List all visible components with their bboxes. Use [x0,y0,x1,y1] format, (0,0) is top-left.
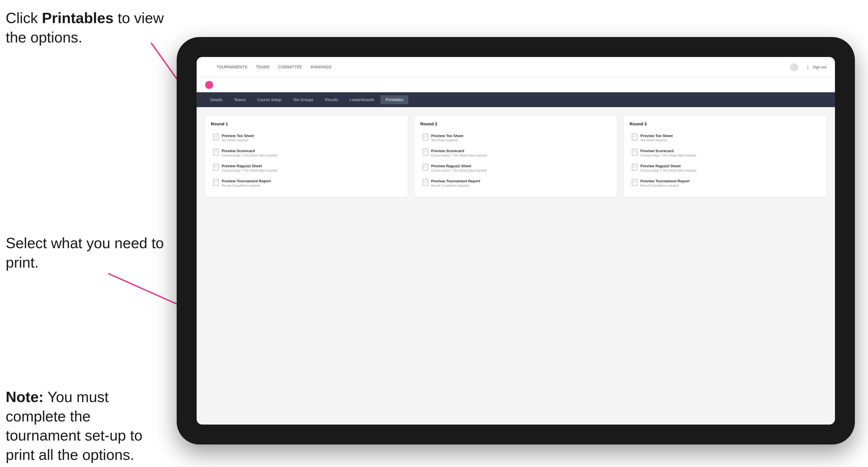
instruction-middle-text: Select what you need to print. [6,235,164,271]
sign-out-separator: | [807,65,808,69]
rounds-container: Round 1 Preview Tee SheetTee Sheet requi… [205,116,827,197]
document-icon-r2-i4 [423,179,428,187]
document-icon-r3-i4 [632,179,638,187]
print-item-sub-r1-i3: Course setup + Tee Sheet data required [222,169,277,172]
print-item-r1-i1[interactable]: Preview Tee SheetTee Sheet required [211,131,402,145]
sub-header [197,77,835,92]
print-item-title-r3-i4: Preview Tournament Report [640,179,689,183]
print-item-sub-r2-i2: Course setup + Tee Sheet data required [431,154,487,157]
print-item-r3-i4[interactable]: Preview Tournament ReportRound Completio… [629,176,821,190]
tab-nav: Details Teams Course Setup Tee Groups Re… [197,92,835,107]
document-icon-r3-i1 [632,134,638,142]
print-item-r1-i4[interactable]: Preview Tournament ReportRound Completio… [211,176,402,190]
tab-leaderboards[interactable]: Leaderboards [344,95,379,104]
tablet-device: TOURNAMENTS TEAMS COMMITTEE RANKINGS | S… [177,37,855,444]
round-title-2: Round 2 [420,121,612,126]
print-item-title-r1-i1: Preview Tee Sheet [222,134,254,138]
print-item-sub-r3-i2: Course setup + Tee Sheet data required [640,154,696,157]
tournament-logo [205,81,213,89]
print-item-sub-r1-i1: Tee Sheet required [222,138,254,142]
print-item-sub-r3-i3: Course setup + Tee Sheet data required [640,169,696,172]
tab-teams[interactable]: Teams [229,95,251,104]
svg-rect-8 [213,149,219,155]
print-item-title-r2-i3: Preview Raguzzi Sheet [431,164,487,168]
nav-rankings[interactable]: RANKINGS [311,64,332,71]
document-icon-r3-i2 [632,149,638,157]
print-item-title-r3-i2: Preview Scorecard [640,149,696,153]
print-item-r2-i3[interactable]: Preview Raguzzi SheetCourse setup + Tee … [420,161,612,175]
round-section-1: Round 1 Preview Tee SheetTee Sheet requi… [205,116,408,197]
tab-printables[interactable]: Printables [380,95,408,104]
svg-rect-20 [423,134,428,140]
instruction-top: Click Printables to view the options. [6,8,165,47]
document-icon-r1-i3 [213,164,219,172]
print-item-sub-r3-i1: Tee Sheet required [640,138,673,142]
print-item-r2-i4[interactable]: Preview Tournament ReportRound Completio… [420,176,612,190]
tablet-screen: TOURNAMENTS TEAMS COMMITTEE RANKINGS | S… [197,57,835,425]
nav-right: | Sign out [790,63,827,71]
svg-rect-16 [213,179,219,186]
print-item-r1-i3[interactable]: Preview Raguzzi SheetCourse setup + Tee … [211,161,402,175]
print-item-sub-r3-i4: Round Completion required [640,184,689,187]
round-section-3: Round 3 Preview Tee SheetTee Sheet requi… [624,116,827,197]
print-item-r2-i2[interactable]: Preview ScorecardCourse setup + Tee Shee… [420,146,612,160]
round-section-2: Round 2 Preview Tee SheetTee Sheet requi… [414,116,617,197]
document-icon-r3-i3 [632,164,638,172]
document-icon-r1-i2 [213,149,219,157]
print-item-r2-i1[interactable]: Preview Tee SheetTee Sheet required [420,131,612,145]
print-item-title-r1-i4: Preview Tournament Report [222,179,271,183]
svg-rect-28 [423,164,428,170]
nav-links: TOURNAMENTS TEAMS COMMITTEE RANKINGS [217,64,790,71]
print-item-title-r3-i1: Preview Tee Sheet [640,134,673,138]
print-item-title-r2-i4: Preview Tournament Report [431,179,480,183]
document-icon-r2-i1 [423,134,428,142]
print-item-title-r2-i1: Preview Tee Sheet [431,134,463,138]
nav-tournaments[interactable]: TOURNAMENTS [217,64,247,71]
print-item-sub-r1-i2: Course setup + Tee Sheet data required [222,154,277,157]
instruction-top-text: Click Printables to view the options. [6,10,164,45]
svg-rect-12 [213,164,219,170]
print-item-r1-i2[interactable]: Preview ScorecardCourse setup + Tee Shee… [211,146,402,160]
svg-rect-40 [632,149,637,155]
top-nav: TOURNAMENTS TEAMS COMMITTEE RANKINGS | S… [197,57,835,77]
tab-details[interactable]: Details [205,95,228,104]
sign-out-link[interactable]: Sign out [813,65,827,69]
nav-committee[interactable]: COMMITTEE [278,64,302,71]
tab-tee-groups[interactable]: Tee Groups [288,95,318,104]
print-item-r3-i1[interactable]: Preview Tee SheetTee Sheet required [629,131,821,145]
instruction-bottom: Note: You must complete the tournament s… [6,387,165,464]
svg-rect-4 [213,134,219,140]
svg-rect-48 [632,179,637,186]
nav-teams[interactable]: TEAMS [256,64,270,71]
print-item-sub-r2-i3: Course setup + Tee Sheet data required [431,169,487,172]
document-icon-r2-i2 [423,149,428,157]
svg-rect-36 [632,134,637,140]
document-icon-r1-i1 [213,134,219,142]
print-item-title-r2-i2: Preview Scorecard [431,149,487,153]
print-item-sub-r2-i4: Round Completion required [431,184,480,187]
document-icon-r2-i3 [423,164,428,172]
svg-line-2 [108,274,185,308]
svg-rect-44 [632,164,637,170]
svg-rect-32 [423,179,428,186]
print-item-title-r1-i2: Preview Scorecard [222,149,277,153]
user-avatar [790,63,798,71]
tournament-meta [218,83,219,87]
svg-rect-24 [423,149,428,155]
round-title-1: Round 1 [211,121,402,126]
print-item-sub-r2-i1: Tee Sheet required [431,138,463,142]
main-content: Round 1 Preview Tee SheetTee Sheet requi… [197,107,835,425]
document-icon-r1-i4 [213,179,219,187]
tab-course-setup[interactable]: Course Setup [252,95,287,104]
instruction-middle: Select what you need to print. [6,234,165,272]
print-item-title-r1-i3: Preview Raguzzi Sheet [222,164,277,168]
instruction-bottom-text: Note: You must complete the tournament s… [6,388,143,463]
print-item-r3-i2[interactable]: Preview ScorecardCourse setup + Tee Shee… [629,146,821,160]
print-item-r3-i3[interactable]: Preview Raguzzi SheetCourse setup + Tee … [629,161,821,175]
tab-results[interactable]: Results [320,95,343,104]
print-item-sub-r1-i4: Round Completion required [222,184,271,187]
round-title-3: Round 3 [629,121,821,126]
print-item-title-r3-i3: Preview Raguzzi Sheet [640,164,696,168]
